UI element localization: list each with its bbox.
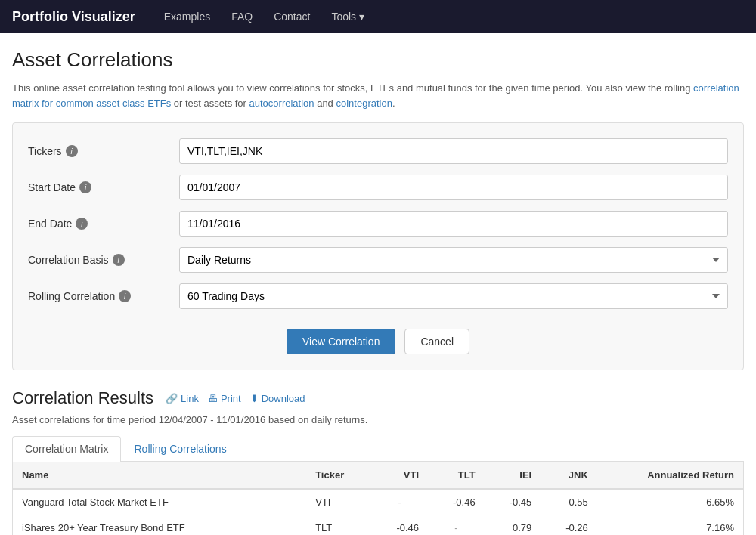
table-cell: - xyxy=(371,489,428,515)
table-cell: TLT xyxy=(306,515,371,536)
col-iei: IEI xyxy=(485,462,541,489)
download-icon: ⬇ xyxy=(250,393,259,404)
table-cell: 0.55 xyxy=(541,489,597,515)
correlation-basis-info-icon[interactable]: i xyxy=(113,254,125,266)
table-cell: iShares 20+ Year Treasury Bond ETF xyxy=(13,515,306,536)
table-row: iShares 20+ Year Treasury Bond ETFTLT-0.… xyxy=(13,515,743,536)
correlation-basis-label: Correlation Basis i xyxy=(28,254,179,266)
table-cell: 6.65% xyxy=(597,489,743,515)
start-date-info-icon[interactable]: i xyxy=(79,181,91,193)
results-subtitle: Asset correlations for time period 12/04… xyxy=(12,414,744,425)
table-cell: -0.45 xyxy=(485,489,541,515)
rolling-correlation-select[interactable]: 60 Trading Days 90 Trading Days 120 Trad… xyxy=(179,283,728,309)
start-date-input[interactable] xyxy=(179,175,728,200)
table-cell: 0.79 xyxy=(485,515,541,536)
link-icon: 🔗 xyxy=(166,393,178,404)
end-date-info-icon[interactable]: i xyxy=(76,218,88,230)
link-action-download[interactable]: ⬇ Download xyxy=(250,393,305,404)
end-date-row: End Date i xyxy=(28,211,728,237)
col-name: Name xyxy=(13,462,306,489)
table-cell: - xyxy=(428,515,485,536)
view-correlation-button[interactable]: View Correlation xyxy=(287,329,395,354)
link-cointegration[interactable]: cointegration xyxy=(336,97,392,109)
results-title: Correlation Results xyxy=(12,388,153,408)
col-annualized-return: Annualized Return xyxy=(597,462,743,489)
table-cell: -0.46 xyxy=(371,515,428,536)
table-cell: -0.26 xyxy=(541,515,597,536)
link-autocorrelation[interactable]: autocorrelation xyxy=(249,97,314,109)
nav-contact[interactable]: Contact xyxy=(263,0,321,33)
end-date-label: End Date i xyxy=(28,218,179,230)
col-ticker: Ticker xyxy=(306,462,371,489)
rolling-correlation-row: Rolling Correlation i 60 Trading Days 90… xyxy=(28,283,728,309)
rolling-correlation-label: Rolling Correlation i xyxy=(28,290,179,302)
table-cell: 7.16% xyxy=(597,515,743,536)
tab-correlation-matrix[interactable]: Correlation Matrix xyxy=(12,436,121,462)
tickers-info-icon[interactable]: i xyxy=(66,145,78,157)
form-buttons: View Correlation Cancel xyxy=(28,320,728,354)
correlation-table-container: Name Ticker VTI TLT IEI JNK Annualized R… xyxy=(12,462,744,535)
nav-faq[interactable]: FAQ xyxy=(221,0,263,33)
main-content: Asset Correlations This online asset cor… xyxy=(0,33,756,535)
tickers-row: Tickers i xyxy=(28,138,728,164)
intro-text: This online asset correlation testing to… xyxy=(12,81,744,110)
table-row: Vanguard Total Stock Market ETFVTI--0.46… xyxy=(13,489,743,515)
link-action-link[interactable]: 🔗 Link xyxy=(166,393,199,404)
table-cell: -0.46 xyxy=(428,489,485,515)
tab-rolling-correlations[interactable]: Rolling Correlations xyxy=(121,436,239,461)
navbar-brand[interactable]: Portfolio Visualizer xyxy=(12,9,135,25)
correlation-basis-row: Correlation Basis i Daily Returns Weekly… xyxy=(28,247,728,273)
col-tlt: TLT xyxy=(428,462,485,489)
nav-tools[interactable]: Tools ▾ xyxy=(321,0,375,33)
tickers-input[interactable] xyxy=(179,138,728,164)
page-title: Asset Correlations xyxy=(12,48,744,72)
results-section: Correlation Results 🔗 Link 🖶 Print ⬇ Dow… xyxy=(12,388,744,535)
start-date-row: Start Date i xyxy=(28,175,728,200)
print-icon: 🖶 xyxy=(208,393,218,404)
table-cell: Vanguard Total Stock Market ETF xyxy=(13,489,306,515)
results-actions: 🔗 Link 🖶 Print ⬇ Download xyxy=(166,393,305,404)
col-jnk: JNK xyxy=(541,462,597,489)
results-header: Correlation Results 🔗 Link 🖶 Print ⬇ Dow… xyxy=(12,388,744,408)
link-action-print[interactable]: 🖶 Print xyxy=(208,393,241,404)
table-cell: VTI xyxy=(306,489,371,515)
tabs-container: Correlation Matrix Rolling Correlations xyxy=(12,436,744,462)
cancel-button[interactable]: Cancel xyxy=(404,329,469,354)
start-date-label: Start Date i xyxy=(28,181,179,193)
table-header-row: Name Ticker VTI TLT IEI JNK Annualized R… xyxy=(13,462,743,489)
rolling-correlation-info-icon[interactable]: i xyxy=(119,290,131,302)
form-section: Tickers i Start Date i End Date i Correl… xyxy=(12,122,744,370)
correlation-table: Name Ticker VTI TLT IEI JNK Annualized R… xyxy=(13,462,743,535)
nav-examples[interactable]: Examples xyxy=(153,0,221,33)
navbar: Portfolio Visualizer Examples FAQ Contac… xyxy=(0,0,756,33)
col-vti: VTI xyxy=(371,462,428,489)
correlation-basis-select[interactable]: Daily Returns Weekly Returns Monthly Ret… xyxy=(179,247,728,273)
tickers-label: Tickers i xyxy=(28,145,179,157)
end-date-input[interactable] xyxy=(179,211,728,237)
